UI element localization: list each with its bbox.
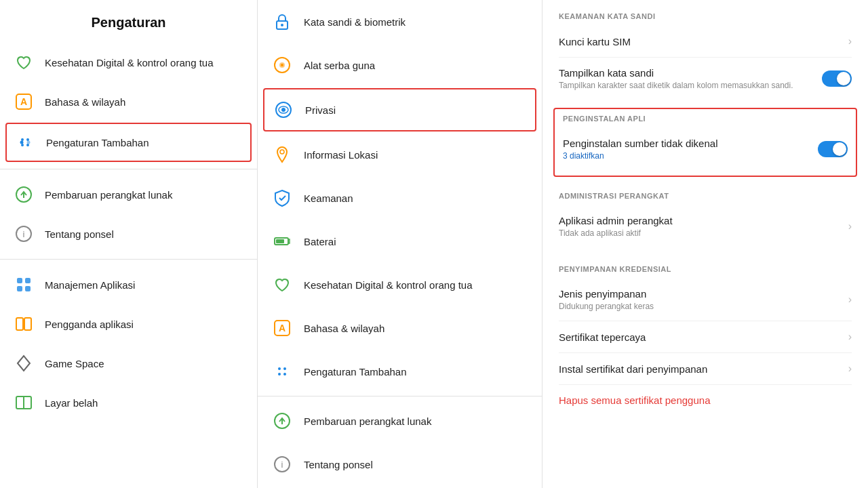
section-title-password: KEAMANAN KATA SANDI (559, 12, 852, 20)
right-item-content: Penginstalan sumber tidak dikenal 3 diak… (563, 138, 717, 161)
info-circle-icon: i (14, 224, 34, 244)
toggle-show-password[interactable] (822, 70, 852, 87)
middle-item-privacy[interactable]: Privasi (263, 88, 536, 131)
sidebar-item-label: Bahasa & wilayah (45, 96, 125, 108)
middle-item-battery[interactable]: Baterai (258, 220, 542, 263)
middle-item-label: Pengaturan Tambahan (304, 366, 407, 378)
middle-panel: Kata sandi & biometrik Alat serba guna P… (258, 0, 542, 488)
shield-icon (271, 187, 293, 209)
battery-icon (271, 230, 293, 252)
middle-item-versatile-tool[interactable]: Alat serba guna (258, 43, 542, 87)
svg-point-25 (281, 64, 283, 66)
sidebar-item-label: Tentang ponsel (45, 228, 114, 240)
a-square2-icon: A (271, 317, 293, 339)
middle-item-label: Baterai (304, 236, 336, 247)
right-item-trusted-cert[interactable]: Sertifikat tepercaya › (559, 321, 852, 353)
section-title-device-admin: ADMINISTRASI PERANGKAT (559, 192, 852, 200)
middle-item-software-update2[interactable]: Pembaruan perangkat lunak (258, 399, 542, 443)
right-item-title: Jenis penyimpanan (559, 288, 654, 300)
svg-point-37 (283, 373, 286, 375)
svg-text:A: A (20, 96, 27, 107)
sidebar-item-screen-split[interactable]: Layar belah (0, 383, 257, 422)
sidebar-item-language[interactable]: A Bahasa & wilayah (0, 82, 257, 121)
sidebar-item-label: Manajemen Aplikasi (45, 279, 135, 291)
middle-item-location[interactable]: Informasi Lokasi (258, 133, 542, 176)
sidebar-item-additional-settings[interactable]: Pengaturan Tambahan (5, 123, 252, 162)
dots-icon (15, 132, 35, 152)
svg-point-2 (20, 141, 24, 144)
lock-icon (271, 11, 293, 33)
right-item-content: Tampilkan kata sandi Tampilkan karakter … (559, 67, 793, 90)
split-icon (14, 392, 34, 413)
right-item-show-password[interactable]: Tampilkan kata sandi Tampilkan karakter … (559, 58, 852, 100)
chevron-right-icon: › (848, 293, 852, 306)
sidebar-item-label: Layar belah (45, 397, 98, 409)
location-pin-icon (271, 144, 293, 165)
svg-point-8 (26, 144, 29, 146)
right-item-delete-user-cert[interactable]: Hapus semua sertifikat pengguna (559, 385, 852, 415)
privacy-eye-icon (273, 99, 294, 121)
right-item-install-cert[interactable]: Instal sertifikat dari penyimpanan › (559, 353, 852, 385)
left-panel: Pengaturan Kesehatan Digital & kontrol o… (0, 0, 258, 488)
middle-item-label: Kata sandi & biometrik (304, 16, 406, 28)
sidebar-item-digital-health[interactable]: Kesehatan Digital & kontrol orang tua (0, 43, 257, 82)
right-item-content: Kunci kartu SIM (559, 36, 631, 47)
right-item-content: Sertifikat tepercaya (559, 331, 646, 343)
right-item-subtitle: Didukung perangkat keras (559, 302, 654, 311)
sidebar-item-app-management[interactable]: Manajemen Aplikasi (0, 265, 257, 304)
middle-item-password-biometric[interactable]: Kata sandi & biometrik (258, 0, 542, 43)
middle-item-label: Kesehatan Digital & kontrol orang tua (304, 279, 473, 291)
sidebar-item-label: Game Space (45, 358, 104, 369)
right-item-title: Instal sertifikat dari penyimpanan (559, 363, 707, 375)
toggle-unknown-source[interactable] (818, 141, 848, 157)
right-item-title: Aplikasi admin perangkat (559, 215, 673, 226)
arrow-up2-icon (271, 410, 293, 432)
sidebar-item-label: Pembaruan perangkat lunak (45, 189, 172, 201)
svg-point-36 (278, 373, 281, 375)
password-section: KEAMANAN KATA SANDI Kunci kartu SIM › Ta… (542, 0, 868, 105)
sidebar-item-about-phone[interactable]: i Tentang ponsel (0, 214, 257, 253)
svg-point-7 (21, 144, 24, 146)
sidebar-item-dual-app[interactable]: Pengganda aplikasi (0, 304, 257, 344)
arrow-up-circle-icon (14, 184, 34, 205)
middle-item-digital-health2[interactable]: Kesehatan Digital & kontrol orang tua (258, 263, 542, 306)
svg-rect-15 (17, 286, 22, 291)
device-admin-section: ADMINISTRASI PERANGKAT Aplikasi admin pe… (542, 180, 868, 253)
sidebar-item-software-update[interactable]: Pembaruan perangkat lunak (0, 175, 257, 214)
middle-item-language2[interactable]: A Bahasa & wilayah (258, 306, 542, 350)
sidebar-item-label: Kesehatan Digital & kontrol orang tua (45, 57, 214, 68)
svg-point-22 (281, 24, 283, 26)
middle-item-label: Keamanan (304, 192, 353, 204)
svg-rect-17 (16, 318, 23, 330)
middle-item-about2[interactable]: i Tentang ponsel (258, 443, 542, 486)
svg-rect-14 (25, 278, 31, 283)
divider (0, 259, 257, 260)
middle-item-label: Alat serba guna (304, 60, 375, 71)
chevron-right-icon: › (848, 35, 852, 47)
right-panel: KEAMANAN KATA SANDI Kunci kartu SIM › Ta… (542, 0, 868, 488)
chevron-right-icon: › (848, 363, 852, 375)
right-item-sim-lock[interactable]: Kunci kartu SIM › (559, 26, 852, 58)
right-item-title-red: Hapus semua sertifikat pengguna (559, 394, 710, 406)
svg-rect-16 (25, 286, 31, 291)
section-title-app-install: PENGINSTALAN APLI (563, 115, 848, 123)
sidebar-item-label: Pengganda aplikasi (45, 319, 134, 330)
credential-section: PENYIMPANAN KREDENSIAL Jenis penyimpanan… (542, 253, 868, 421)
middle-item-security[interactable]: Keamanan (258, 176, 542, 220)
middle-item-label: Bahasa & wilayah (304, 323, 384, 334)
dots2-icon (271, 361, 293, 382)
right-item-unknown-source[interactable]: Penginstalan sumber tidak dikenal 3 diak… (563, 128, 848, 170)
right-item-device-admin-apps[interactable]: Aplikasi admin perangkat Tidak ada aplik… (559, 205, 852, 247)
right-item-storage-type[interactable]: Jenis penyimpanan Didukung perangkat ker… (559, 279, 852, 321)
versatile-icon (271, 54, 293, 76)
right-item-content: Jenis penyimpanan Didukung perangkat ker… (559, 288, 654, 311)
sidebar-item-game-space[interactable]: Game Space (0, 344, 257, 383)
divider (0, 169, 257, 169)
a-square-icon: A (14, 92, 34, 112)
right-item-subtitle-blue: 3 diaktifkan (563, 151, 717, 161)
info2-icon: i (271, 453, 293, 475)
section-title-credential: PENYIMPANAN KREDENSIAL (559, 265, 852, 273)
middle-divider (258, 396, 542, 396)
svg-point-5 (21, 138, 24, 141)
middle-item-additional2[interactable]: Pengaturan Tambahan (258, 350, 542, 393)
